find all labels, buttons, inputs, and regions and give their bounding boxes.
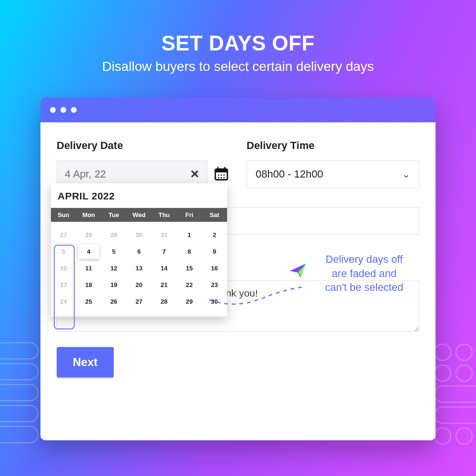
calendar-day[interactable]: 21 (151, 277, 177, 293)
chevron-down-icon: ⌄ (402, 169, 410, 180)
svg-point-7 (435, 365, 451, 381)
svg-point-20 (218, 177, 219, 178)
clear-date-icon[interactable]: ✕ (190, 168, 199, 181)
window-dot (60, 107, 66, 113)
delivery-time-label: Delivery Time (247, 139, 419, 152)
svg-rect-2 (0, 385, 38, 401)
paper-plane-icon (289, 262, 307, 280)
calendar-day: 28 (76, 227, 101, 243)
calendar-day[interactable]: 26 (101, 293, 127, 310)
calendar-day[interactable]: 22 (177, 277, 202, 293)
calendar-day: 31 (151, 227, 177, 243)
calendar-day: 3 (51, 243, 76, 260)
calendar-day[interactable]: 13 (127, 260, 152, 277)
svg-point-19 (223, 174, 225, 176)
delivery-time-value: 08h00 - 12h00 (256, 168, 323, 180)
calendar-day[interactable]: 12 (101, 260, 127, 277)
calendar-day[interactable]: 9 (202, 243, 227, 260)
hero-subtitle: Disallow buyers to select certain delive… (0, 59, 476, 74)
svg-rect-10 (435, 407, 476, 423)
calendar-month: APRIL 2022 (51, 183, 227, 208)
svg-point-21 (221, 177, 222, 178)
calendar-day[interactable]: 7 (151, 243, 177, 260)
calendar-day[interactable]: 15 (177, 260, 202, 277)
hero-title: SET DAYS OFF (0, 31, 476, 55)
calendar-weekday-header: Sun Mon Tue Wed Thu Fri Sat (51, 208, 227, 222)
window-dot (50, 107, 56, 113)
calendar-day[interactable]: 27 (127, 293, 152, 310)
svg-rect-1 (0, 364, 38, 380)
calendar-popup: APRIL 2022 Sun Mon Tue Wed Thu Fri Sat (51, 183, 227, 317)
svg-point-17 (218, 174, 219, 176)
calendar-day[interactable]: 19 (101, 277, 127, 293)
svg-rect-4 (0, 426, 38, 443)
calendar-icon[interactable] (213, 166, 229, 182)
calendar-day[interactable]: 28 (151, 293, 177, 310)
next-button[interactable]: Next (57, 347, 114, 377)
annotation-arrow (207, 283, 307, 312)
svg-point-6 (456, 344, 472, 360)
svg-point-11 (435, 428, 451, 444)
calendar-grid: 2728293031123456789101112131415161718192… (51, 222, 227, 317)
svg-rect-9 (435, 386, 476, 402)
calendar-day: 27 (51, 227, 76, 243)
svg-point-12 (456, 428, 472, 444)
calendar-day: 30 (127, 227, 152, 243)
calendar-day[interactable]: 25 (76, 293, 101, 310)
calendar-day[interactable]: 4 (78, 244, 99, 259)
calendar-day[interactable]: 5 (101, 243, 127, 260)
calendar-day: 10 (51, 260, 76, 277)
browser-window: Delivery Date 4 Apr, 22 ✕ (40, 98, 436, 440)
calendar-day[interactable]: 11 (76, 260, 101, 277)
window-dot (71, 107, 77, 113)
calendar-day[interactable]: 18 (76, 277, 101, 293)
calendar-day: 17 (51, 277, 76, 293)
svg-point-22 (223, 177, 225, 178)
svg-point-18 (221, 174, 222, 176)
calendar-day[interactable]: 1 (177, 227, 202, 243)
calendar-day[interactable]: 29 (177, 293, 202, 310)
calendar-day: 24 (51, 293, 76, 310)
delivery-time-select[interactable]: 08h00 - 12h00 ⌄ (247, 160, 419, 188)
svg-point-5 (435, 344, 451, 360)
delivery-date-label: Delivery Date (57, 139, 229, 152)
svg-point-8 (456, 365, 472, 381)
calendar-day: 29 (101, 227, 127, 243)
svg-rect-3 (0, 406, 38, 422)
annotation-text: Delivery days off are faded and can't be… (302, 252, 426, 295)
calendar-day[interactable]: 16 (202, 260, 227, 277)
window-titlebar (40, 98, 436, 122)
calendar-day[interactable]: 14 (151, 260, 177, 277)
calendar-day[interactable]: 6 (127, 243, 152, 260)
calendar-day[interactable]: 20 (127, 277, 152, 293)
delivery-date-value: 4 Apr, 22 (65, 168, 106, 180)
calendar-day[interactable]: 8 (177, 243, 202, 260)
svg-rect-0 (0, 343, 38, 359)
svg-rect-14 (215, 169, 228, 172)
calendar-day[interactable]: 2 (202, 227, 227, 243)
